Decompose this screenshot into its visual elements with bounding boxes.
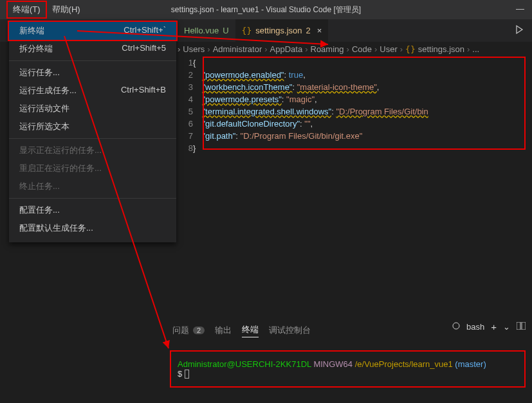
menu-terminal[interactable]: 终端(T) (6, 1, 47, 19)
tab-label: settings.json (255, 26, 302, 35)
terminal-prompt: $ (178, 369, 182, 379)
breadcrumb[interactable]: › Users› Administrator› AppData› Roaming… (178, 42, 479, 56)
tab-terminal[interactable]: 终端 (242, 324, 259, 337)
tab-settings[interactable]: {} settings.json 2 × (235, 19, 329, 42)
terminal-user: Administrator@USERCHI-2KK71DL (178, 359, 311, 369)
menu-item-configure[interactable]: 配置任务... (9, 201, 176, 219)
menu-help[interactable]: 帮助(H) (47, 1, 86, 19)
json-icon: {} (405, 44, 416, 54)
svg-point-0 (453, 323, 459, 329)
menu-separator (9, 60, 176, 61)
line-gutter: 12345678 (174, 57, 193, 154)
problems-badge: 2 (193, 327, 205, 334)
menu-shortcut: Ctrl+Shift+` (124, 25, 166, 37)
menu-item-run-task[interactable]: 运行任务... (9, 64, 176, 82)
menu-item-split-terminal[interactable]: 拆分终端 Ctrl+Shift+5 (9, 40, 176, 58)
menu-item-terminate: 终止任务... (9, 177, 176, 195)
menu-item-new-terminal[interactable]: 新终端 Ctrl+Shift+` (8, 21, 178, 41)
tab-badge: 2 (306, 26, 311, 35)
json-icon: {} (242, 26, 252, 35)
code-editor[interactable]: { "powermode.enabled": true, "workbench.… (193, 57, 526, 154)
terminal-path: /e/VueProjects/learn_vue1 (355, 359, 453, 369)
menu-item-run-selected[interactable]: 运行所选文本 (9, 118, 176, 136)
minimize-button[interactable]: — (516, 4, 524, 13)
tab-problems[interactable]: 问题 2 (172, 325, 205, 336)
terminal-panel[interactable]: Administrator@USERCHI-2KK71DL MINGW64 /e… (170, 350, 526, 388)
terminal-menu: 新终端 Ctrl+Shift+` 拆分终端 Ctrl+Shift+5 运行任务.… (9, 19, 176, 242)
tab-status: U (223, 26, 228, 35)
tab-label: Hello.vue (184, 26, 219, 35)
menu-item-configure-default[interactable]: 配置默认生成任务... (9, 219, 176, 237)
panel-controls: bash + ⌄ (452, 321, 526, 332)
run-icon[interactable] (514, 24, 524, 37)
split-panel-icon[interactable] (517, 322, 526, 332)
menu-label: 新终端 (19, 25, 44, 37)
terminal-branch: (master) (455, 359, 486, 369)
menu-item-run-active[interactable]: 运行活动文件 (9, 100, 176, 118)
terminal-cursor (185, 370, 189, 379)
menu-separator (9, 138, 176, 139)
svg-rect-2 (522, 322, 526, 330)
shell-name[interactable]: bash (466, 322, 484, 332)
menu-separator (9, 198, 176, 199)
window-title: settings.json - learn_vue1 - Visual Stud… (171, 4, 361, 15)
svg-rect-1 (517, 322, 520, 330)
chevron-right-icon: › (178, 44, 180, 54)
shell-icon (452, 322, 460, 332)
title-bar: 终端(T) 帮助(H) settings.json - learn_vue1 -… (0, 0, 532, 19)
tab-debug-console[interactable]: 调试控制台 (269, 325, 311, 336)
tab-hello[interactable]: Hello.vue U (178, 19, 235, 42)
add-terminal-button[interactable]: + (491, 321, 497, 332)
menu-item-run-build[interactable]: 运行生成任务... Ctrl+Shift+B (9, 82, 176, 100)
tab-output[interactable]: 输出 (215, 325, 232, 336)
close-icon[interactable]: × (317, 26, 322, 35)
terminal-sys: MINGW64 (313, 359, 353, 369)
menu-item-restart-running: 重启正在运行的任务... (9, 159, 176, 177)
menu-item-show-running: 显示正在运行的任务... (9, 141, 176, 159)
chevron-down-icon[interactable]: ⌄ (503, 322, 510, 332)
